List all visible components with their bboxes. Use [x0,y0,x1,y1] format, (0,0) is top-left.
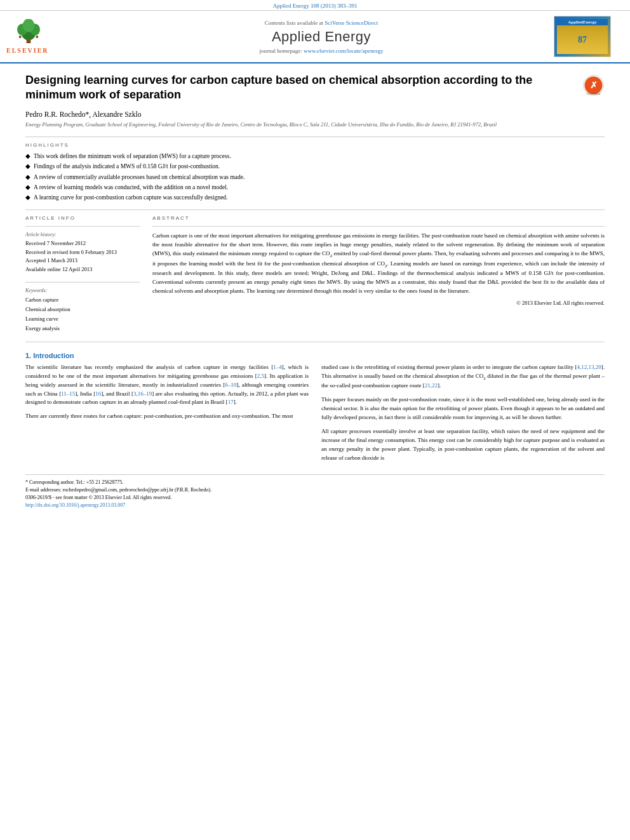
footnote-4: http://dx.doi.org/10.1016/j.apenergy.201… [25,502,605,509]
introduction-section: 1. Introduction The scientific literatur… [25,352,605,468]
list-item: Chemical absorption [25,305,140,314]
divider-5 [152,226,605,227]
journal-header: ELSEVIER Contents lists available at Sci… [0,11,630,63]
footnotes: * Corresponding author. Tel.: +55 21 256… [25,474,605,509]
history-label: Article history: [25,232,140,237]
article-info-col: ARTICLE INFO Article history: Received 7… [25,215,140,334]
journal-title: Applied Energy [89,29,554,45]
article-history: Article history: Received 7 November 201… [25,232,140,274]
svg-point-5 [19,36,22,38]
footnote-1: * Corresponding author. Tel.: +55 21 256… [25,479,605,486]
article-info-label: ARTICLE INFO [25,215,140,221]
authors: Pedro R.R. Rochedo*, Alexandre Szklo [25,110,605,118]
divider-3 [25,226,140,227]
intro-p4: This paper focuses mainly on the post-co… [321,396,605,422]
keywords-list: Carbon capture Chemical absorption Learn… [25,295,140,334]
svg-point-6 [36,36,38,38]
cover-image: AppliedEnergy 87 [554,16,611,57]
keywords-section: Keywords: Carbon capture Chemical absorp… [25,288,140,334]
intro-right-col: studied case is the retrofitting of exis… [321,363,605,468]
journal-header-center: Contents lists available at SciVerse Sci… [89,20,554,54]
highlights-label: HIGHLIGHTS [25,142,605,148]
list-item: ◆Findings of the analysis indicated a MW… [25,162,605,172]
elsevier-label: ELSEVIER [6,47,89,54]
intro-title: 1. Introduction [25,352,605,359]
list-item: ◆A learning curve for post-combustion ca… [25,193,605,203]
journal-cover: AppliedEnergy 87 [554,16,624,57]
article-info-abstract: ARTICLE INFO Article history: Received 7… [25,215,605,334]
intro-p1: The scientific literature has recently e… [25,363,309,408]
intro-left-col: The scientific literature has recently e… [25,363,309,468]
list-item: Learning curve [25,314,140,324]
intro-p3: studied case is the retrofitting of exis… [321,363,605,391]
intro-p5: All capture processes essentially involv… [321,427,605,463]
footnote-2: E-mail addresses: rochedopedro@gmail.com… [25,486,605,494]
divider-1 [25,137,605,137]
elsevier-logo-area: ELSEVIER [6,19,89,54]
journal-homepage: journal homepage: www.elsevier.com/locat… [89,48,554,54]
main-content: ✗ CrossMark Designing learning curves fo… [0,63,630,519]
divider-4 [25,282,140,283]
crossmark-icon: ✗ CrossMark [582,74,605,97]
svg-text:✗: ✗ [590,81,598,90]
intro-p2: There are currently three routes for car… [25,412,309,421]
highlights-section: HIGHLIGHTS ◆This work defines the minimu… [25,142,605,203]
copyright: © 2013 Elsevier Ltd. All rights reserved… [152,300,605,306]
list-item: ◆This work defines the minimum work of s… [25,152,605,162]
elsevier-tree-logo [6,19,51,44]
sciverse-info: Contents lists available at SciVerse Sci… [89,20,554,26]
list-item: Carbon capture [25,295,140,305]
abstract-label: ABSTRACT [152,215,605,221]
title-area: ✗ CrossMark Designing learning curves fo… [25,73,605,103]
svg-text:CrossMark: CrossMark [586,92,601,95]
homepage-link[interactable]: www.elsevier.com/locate/apenergy [304,48,384,54]
svg-point-4 [23,19,35,32]
paper-title: Designing learning curves for carbon cap… [25,73,605,103]
list-item: ◆A review of learning models was conduct… [25,183,605,193]
dates: Received 7 November 2012 Received in rev… [25,239,140,274]
citation-text: Applied Energy 108 (2013) 383–391 [273,3,358,9]
journal-citation: Applied Energy 108 (2013) 383–391 [0,0,630,11]
intro-text: The scientific literature has recently e… [25,363,605,468]
sciverse-link[interactable]: SciVerse ScienceDirect [325,20,378,26]
highlights-list: ◆This work defines the minimum work of s… [25,152,605,203]
divider-6 [25,342,605,342]
list-item: ◆A review of commercially available proc… [25,172,605,182]
keywords-label: Keywords: [25,288,140,293]
affiliation: Energy Planning Program, Graduate School… [25,121,605,129]
list-item: Exergy analysis [25,324,140,333]
divider-2 [25,210,605,210]
doi-link[interactable]: http://dx.doi.org/10.1016/j.apenergy.201… [25,502,125,508]
abstract-col: ABSTRACT Carbon capture is one of the mo… [152,215,605,334]
abstract-text: Carbon capture is one of the most import… [152,232,605,296]
footnote-3: 0306-2619/$ - see front matter © 2013 El… [25,494,605,502]
